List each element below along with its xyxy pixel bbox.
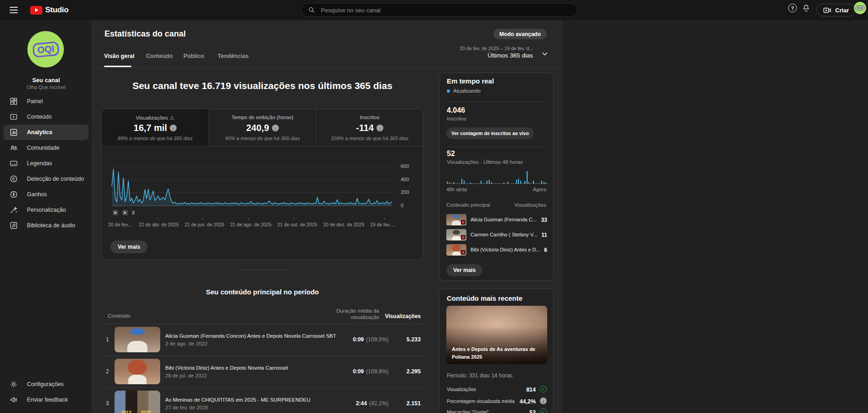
create-button[interactable]: Criar [816,4,855,16]
trend-down-icon: ↓ [170,125,177,131]
sidebar-item-analytics[interactable]: Analytics [4,125,89,140]
realtime-list-item[interactable]: Alicia Gusman (Fernanda C... 33 [446,213,547,227]
page-title: Estatísticas do canal [105,29,186,39]
chevron-down-icon[interactable] [540,49,549,58]
top-content-title: Seu conteúdo principal no período [101,288,424,296]
search-icon [308,6,315,14]
sidebar-item-feedback[interactable]: Enviar feedback [4,392,89,408]
video-thumbnail [446,214,466,225]
video-markers: $ [113,210,135,215]
y-axis-label: 0 [401,203,403,208]
channel-badge-icon [461,250,465,255]
see-more-button[interactable]: Ver mais [110,240,147,253]
create-video-icon [823,6,831,15]
column-header-duracao: Duração média da visualização [324,308,379,320]
views-48h-value: 52 [447,150,455,158]
tab-publico[interactable]: Público [183,53,204,59]
realtime-list-item[interactable]: Carmen Carrilho ( Stefany V... 11 [446,228,547,242]
subtitles-icon [9,159,18,168]
tabs-divider [92,67,562,68]
audio-library-icon [9,221,18,230]
views-48h-caption: Visualizações · Últimas 48 horas [447,159,523,165]
settings-icon [9,380,18,389]
metric-tab-tempo-exibicao[interactable]: Tempo de exibição (horas) 240,9↓ 90% a m… [209,109,316,146]
see-more-button[interactable]: Ver mais [446,264,482,276]
subscribers-value: 4.046 [447,106,465,115]
recent-content-card: Conteúdo mais recente Antes e Depois de … [439,288,554,413]
column-header-visualizacoes: Visualizações [385,313,421,319]
column-header-conteudo: Conteúdo [108,313,131,319]
realtime-bar-chart [446,169,547,184]
tab-tendencias[interactable]: Tendências [218,53,249,59]
channel-badge-icon [461,220,465,225]
sidebar-item-configuracoes[interactable]: Configurações [4,376,89,392]
tab-conteudo[interactable]: Conteúdo [146,53,173,59]
date-preset[interactable]: Últimos 365 dias [487,52,533,59]
help-icon[interactable]: ? [788,4,797,12]
channel-name: Seu canal [0,77,92,84]
video-thumbnail: 2013 2025 [115,391,160,413]
recent-stat-row: Visualizações 814 ✓ [447,384,547,396]
metric-tab-inscritos[interactable]: Inscritos -114↓ 109% a menos do que há 3… [316,109,423,146]
main-content: Estatísticas do canal Visão geral Conteú… [92,20,562,413]
live-dot-icon [447,89,450,93]
customization-icon [9,205,18,214]
sidebar-item-ganhos[interactable]: Ganhos [4,187,89,202]
community-icon [9,143,18,152]
y-axis-label: 600 [401,163,409,169]
recent-period: Período: 331 dias 14 horas [447,372,512,379]
topbar: Studio Pesquise no seu canal ? Criar OQI [0,0,868,20]
recent-stat-row: Porcentagem visualizada média 44,2% ↓ [447,396,547,408]
sidebar-item-legendas[interactable]: Legendas [4,156,89,171]
sidebar-item-deteccao[interactable]: Detecção de conteúdo [4,171,89,187]
recent-title: Conteúdo mais recente [447,294,523,302]
video-marker-icon[interactable] [122,210,128,215]
notifications-icon[interactable] [802,3,810,13]
metric-tab-visualizacoes[interactable]: Visualizações⚠ 16,7 mil↓ 89% a menos do … [102,109,209,146]
content-icon [9,112,18,121]
channel-handle: Olha Que Incrível [0,84,92,90]
revenue-marker-icon[interactable]: $ [132,210,135,215]
copyright-icon [9,174,18,183]
realtime-title: Em tempo real [447,77,494,85]
dashboard-icon [9,97,18,106]
video-thumbnail [115,359,160,384]
date-range: 20 de fev. de 2025 – 19 de fev. d... [460,46,533,51]
channel-badge-icon [461,235,465,240]
sidebar-item-comunidade[interactable]: Comunidade [4,140,89,156]
menu-icon[interactable] [10,7,18,13]
channel-avatar[interactable]: OQI [27,31,64,68]
realtime-list-item[interactable]: Bibi (Victoria Diniz) Antes e D... 6 [446,243,547,257]
account-avatar[interactable]: OQI [854,2,866,14]
table-row[interactable]: 1 Alicia Gusman (Fernanda Concon) Antes … [101,324,424,355]
video-marker-icon[interactable] [113,210,118,215]
youtube-studio-logo[interactable]: Studio [30,5,68,15]
search-placeholder: Pesquise no seu canal [321,7,381,14]
recent-stat-row: Marcações “Gostei” 53 ✓ [447,407,547,413]
brand-name: Studio [45,5,68,15]
search-bar[interactable]: Pesquise no seu canal [301,3,577,17]
trend-down-icon: ↓ [272,125,279,131]
sidebar-item-biblioteca[interactable]: Biblioteca de áudio [4,218,89,233]
y-axis-label: 400 [401,177,409,182]
subscribers-label: Inscritos [447,116,466,121]
warning-icon: ⚠ [170,115,175,121]
live-subscriber-count-button[interactable]: Ver contagem de inscritos ao vivo [446,127,534,139]
table-row[interactable]: 3 2013 2025 As Meninas de CHIQUITITAS em… [101,387,424,413]
x-axis-labels: 20 de fev....22 de abr. de 202521 de jun… [108,222,395,227]
sidebar: OQI Seu canal Olha Que Incrível Painel C… [0,20,92,413]
check-circle-icon: ✓ [540,386,547,392]
tab-visao-geral[interactable]: Visão geral [104,53,134,59]
updating-label: Atualizando [453,88,481,94]
table-row[interactable]: 2 Bibi (Victoria Diniz) Antes e Depois N… [101,355,424,387]
sidebar-item-personalizacao[interactable]: Personalização [4,202,89,218]
trend-down-icon: ↓ [540,397,547,404]
sidebar-item-conteudo[interactable]: Conteúdo [4,109,89,125]
sidebar-item-painel[interactable]: Painel [4,94,89,109]
video-thumbnail [446,244,466,256]
feedback-icon [9,395,18,404]
section-divider [237,270,287,270]
overview-headline: Seu canal teve 16.719 visualizações nos … [101,80,424,91]
advanced-mode-button[interactable]: Modo avançado [493,29,547,39]
recent-video-thumbnail[interactable]: Antes e Depois de As aventuras de Polian… [446,306,547,364]
